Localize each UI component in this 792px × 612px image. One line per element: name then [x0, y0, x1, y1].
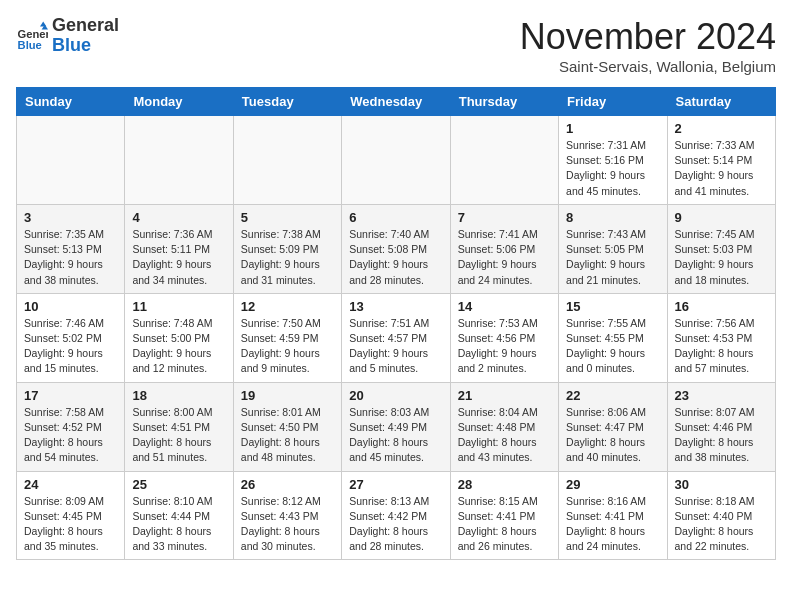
day-info: Sunrise: 8:09 AM Sunset: 4:45 PM Dayligh…	[24, 494, 117, 555]
day-info: Sunrise: 8:10 AM Sunset: 4:44 PM Dayligh…	[132, 494, 225, 555]
day-info: Sunrise: 7:55 AM Sunset: 4:55 PM Dayligh…	[566, 316, 659, 377]
calendar-cell: 25Sunrise: 8:10 AM Sunset: 4:44 PM Dayli…	[125, 471, 233, 560]
day-info: Sunrise: 7:41 AM Sunset: 5:06 PM Dayligh…	[458, 227, 551, 288]
day-number: 14	[458, 299, 551, 314]
title-area: November 2024 Saint-Servais, Wallonia, B…	[520, 16, 776, 75]
day-number: 27	[349, 477, 442, 492]
day-info: Sunrise: 7:48 AM Sunset: 5:00 PM Dayligh…	[132, 316, 225, 377]
day-number: 15	[566, 299, 659, 314]
day-info: Sunrise: 7:33 AM Sunset: 5:14 PM Dayligh…	[675, 138, 768, 199]
location: Saint-Servais, Wallonia, Belgium	[520, 58, 776, 75]
calendar-cell: 9Sunrise: 7:45 AM Sunset: 5:03 PM Daylig…	[667, 204, 775, 293]
day-number: 18	[132, 388, 225, 403]
calendar-cell: 8Sunrise: 7:43 AM Sunset: 5:05 PM Daylig…	[559, 204, 667, 293]
day-number: 10	[24, 299, 117, 314]
calendar-cell: 10Sunrise: 7:46 AM Sunset: 5:02 PM Dayli…	[17, 293, 125, 382]
day-info: Sunrise: 7:58 AM Sunset: 4:52 PM Dayligh…	[24, 405, 117, 466]
weekday-header-tuesday: Tuesday	[233, 88, 341, 116]
calendar-week-row: 1Sunrise: 7:31 AM Sunset: 5:16 PM Daylig…	[17, 116, 776, 205]
day-number: 3	[24, 210, 117, 225]
day-number: 7	[458, 210, 551, 225]
day-info: Sunrise: 8:07 AM Sunset: 4:46 PM Dayligh…	[675, 405, 768, 466]
calendar-week-row: 17Sunrise: 7:58 AM Sunset: 4:52 PM Dayli…	[17, 382, 776, 471]
calendar-cell: 7Sunrise: 7:41 AM Sunset: 5:06 PM Daylig…	[450, 204, 558, 293]
calendar-cell: 13Sunrise: 7:51 AM Sunset: 4:57 PM Dayli…	[342, 293, 450, 382]
day-info: Sunrise: 7:46 AM Sunset: 5:02 PM Dayligh…	[24, 316, 117, 377]
day-number: 1	[566, 121, 659, 136]
day-info: Sunrise: 8:18 AM Sunset: 4:40 PM Dayligh…	[675, 494, 768, 555]
calendar-cell: 3Sunrise: 7:35 AM Sunset: 5:13 PM Daylig…	[17, 204, 125, 293]
logo-line2: Blue	[52, 36, 119, 56]
day-number: 28	[458, 477, 551, 492]
day-number: 12	[241, 299, 334, 314]
calendar-cell: 17Sunrise: 7:58 AM Sunset: 4:52 PM Dayli…	[17, 382, 125, 471]
day-number: 17	[24, 388, 117, 403]
calendar-cell: 4Sunrise: 7:36 AM Sunset: 5:11 PM Daylig…	[125, 204, 233, 293]
day-info: Sunrise: 7:45 AM Sunset: 5:03 PM Dayligh…	[675, 227, 768, 288]
calendar-cell	[233, 116, 341, 205]
day-number: 24	[24, 477, 117, 492]
calendar-cell	[450, 116, 558, 205]
weekday-header-saturday: Saturday	[667, 88, 775, 116]
day-number: 21	[458, 388, 551, 403]
day-info: Sunrise: 7:50 AM Sunset: 4:59 PM Dayligh…	[241, 316, 334, 377]
day-info: Sunrise: 8:16 AM Sunset: 4:41 PM Dayligh…	[566, 494, 659, 555]
calendar-cell: 6Sunrise: 7:40 AM Sunset: 5:08 PM Daylig…	[342, 204, 450, 293]
day-info: Sunrise: 8:01 AM Sunset: 4:50 PM Dayligh…	[241, 405, 334, 466]
day-info: Sunrise: 8:00 AM Sunset: 4:51 PM Dayligh…	[132, 405, 225, 466]
day-number: 22	[566, 388, 659, 403]
day-number: 25	[132, 477, 225, 492]
calendar-cell: 22Sunrise: 8:06 AM Sunset: 4:47 PM Dayli…	[559, 382, 667, 471]
calendar-cell: 29Sunrise: 8:16 AM Sunset: 4:41 PM Dayli…	[559, 471, 667, 560]
calendar-cell: 2Sunrise: 7:33 AM Sunset: 5:14 PM Daylig…	[667, 116, 775, 205]
weekday-header-monday: Monday	[125, 88, 233, 116]
weekday-header-thursday: Thursday	[450, 88, 558, 116]
day-info: Sunrise: 8:15 AM Sunset: 4:41 PM Dayligh…	[458, 494, 551, 555]
calendar-table: SundayMondayTuesdayWednesdayThursdayFrid…	[16, 87, 776, 560]
day-info: Sunrise: 7:31 AM Sunset: 5:16 PM Dayligh…	[566, 138, 659, 199]
calendar-cell: 5Sunrise: 7:38 AM Sunset: 5:09 PM Daylig…	[233, 204, 341, 293]
calendar-week-row: 24Sunrise: 8:09 AM Sunset: 4:45 PM Dayli…	[17, 471, 776, 560]
day-number: 13	[349, 299, 442, 314]
weekday-header-row: SundayMondayTuesdayWednesdayThursdayFrid…	[17, 88, 776, 116]
calendar-cell: 27Sunrise: 8:13 AM Sunset: 4:42 PM Dayli…	[342, 471, 450, 560]
day-info: Sunrise: 7:56 AM Sunset: 4:53 PM Dayligh…	[675, 316, 768, 377]
calendar-week-row: 3Sunrise: 7:35 AM Sunset: 5:13 PM Daylig…	[17, 204, 776, 293]
calendar-cell	[342, 116, 450, 205]
calendar-cell: 20Sunrise: 8:03 AM Sunset: 4:49 PM Dayli…	[342, 382, 450, 471]
day-number: 30	[675, 477, 768, 492]
day-number: 4	[132, 210, 225, 225]
calendar-cell: 21Sunrise: 8:04 AM Sunset: 4:48 PM Dayli…	[450, 382, 558, 471]
day-info: Sunrise: 7:40 AM Sunset: 5:08 PM Dayligh…	[349, 227, 442, 288]
day-info: Sunrise: 7:38 AM Sunset: 5:09 PM Dayligh…	[241, 227, 334, 288]
calendar-cell: 16Sunrise: 7:56 AM Sunset: 4:53 PM Dayli…	[667, 293, 775, 382]
svg-marker-2	[40, 21, 46, 26]
day-info: Sunrise: 7:36 AM Sunset: 5:11 PM Dayligh…	[132, 227, 225, 288]
day-info: Sunrise: 7:51 AM Sunset: 4:57 PM Dayligh…	[349, 316, 442, 377]
calendar-cell: 26Sunrise: 8:12 AM Sunset: 4:43 PM Dayli…	[233, 471, 341, 560]
calendar-cell	[125, 116, 233, 205]
logo: General Blue General Blue	[16, 16, 119, 56]
day-number: 29	[566, 477, 659, 492]
calendar-week-row: 10Sunrise: 7:46 AM Sunset: 5:02 PM Dayli…	[17, 293, 776, 382]
calendar-cell: 30Sunrise: 8:18 AM Sunset: 4:40 PM Dayli…	[667, 471, 775, 560]
logo-icon: General Blue	[16, 20, 48, 52]
calendar-cell: 15Sunrise: 7:55 AM Sunset: 4:55 PM Dayli…	[559, 293, 667, 382]
day-info: Sunrise: 8:03 AM Sunset: 4:49 PM Dayligh…	[349, 405, 442, 466]
weekday-header-wednesday: Wednesday	[342, 88, 450, 116]
day-number: 23	[675, 388, 768, 403]
day-number: 2	[675, 121, 768, 136]
calendar-cell: 23Sunrise: 8:07 AM Sunset: 4:46 PM Dayli…	[667, 382, 775, 471]
day-number: 6	[349, 210, 442, 225]
day-number: 16	[675, 299, 768, 314]
svg-text:Blue: Blue	[18, 39, 42, 51]
day-number: 19	[241, 388, 334, 403]
logo-text: General Blue	[52, 16, 119, 56]
day-info: Sunrise: 7:53 AM Sunset: 4:56 PM Dayligh…	[458, 316, 551, 377]
calendar-cell: 14Sunrise: 7:53 AM Sunset: 4:56 PM Dayli…	[450, 293, 558, 382]
day-number: 11	[132, 299, 225, 314]
weekday-header-friday: Friday	[559, 88, 667, 116]
month-title: November 2024	[520, 16, 776, 58]
header: General Blue General Blue November 2024 …	[16, 16, 776, 75]
calendar-cell: 11Sunrise: 7:48 AM Sunset: 5:00 PM Dayli…	[125, 293, 233, 382]
